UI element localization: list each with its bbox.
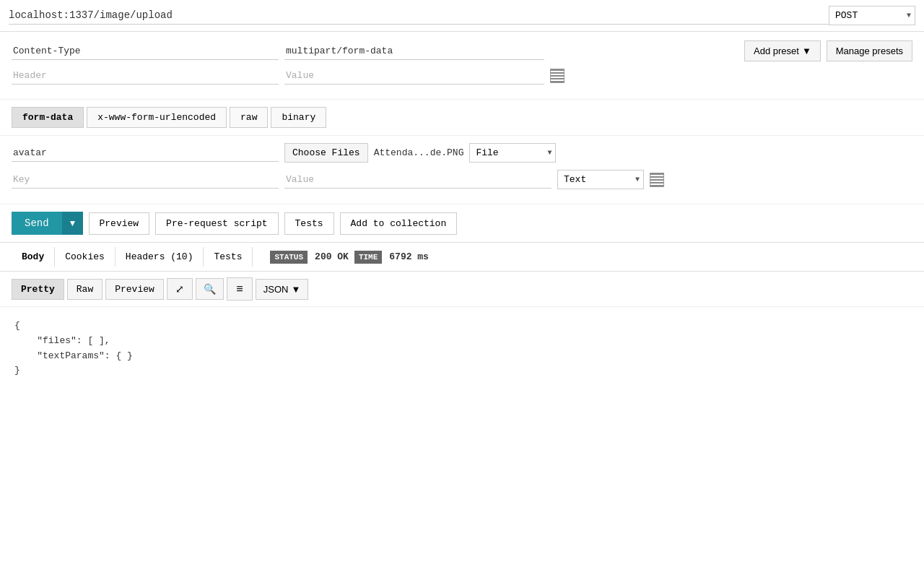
form-body: Choose Files Attenda...de.PNG File Text … xyxy=(0,136,924,204)
header-row-empty xyxy=(12,67,912,85)
list-icon xyxy=(550,69,565,83)
resp-tab-cookies[interactable]: Cookies xyxy=(55,247,116,267)
tab-urlencoded[interactable]: x-www-form-urlencoded xyxy=(87,107,227,128)
url-input[interactable]: localhost:1337/image/upload xyxy=(9,7,829,25)
choose-files-button[interactable]: Choose Files xyxy=(284,143,368,163)
tab-binary[interactable]: binary xyxy=(271,107,326,128)
response-tabs-bar: Body Cookies Headers (10) Tests STATUS 2… xyxy=(0,243,924,272)
pre-request-script-button[interactable]: Pre-request script xyxy=(155,212,278,235)
url-bar: localhost:1337/image/upload POST GET PUT… xyxy=(0,0,924,32)
file-name-label: Attenda...de.PNG xyxy=(374,147,464,158)
tests-button[interactable]: Tests xyxy=(284,212,334,235)
resp-line3: "textParams": { } xyxy=(14,350,133,361)
preview-button[interactable]: Preview xyxy=(89,212,150,235)
resp-line4: } xyxy=(14,365,20,376)
raw-button[interactable]: Raw xyxy=(67,279,103,300)
key-input[interactable] xyxy=(12,171,279,189)
response-toolbar: Pretty Raw Preview ⤢ 🔍 ≡ JSON ▼ xyxy=(0,272,924,307)
chevron-down-icon: ▼ xyxy=(802,46,811,56)
time-label: TIME xyxy=(354,251,382,264)
value-input[interactable] xyxy=(284,171,552,189)
send-dropdown-button[interactable]: ▼ xyxy=(62,212,83,235)
send-button[interactable]: Send xyxy=(12,212,62,235)
add-to-collection-button[interactable]: Add to collection xyxy=(340,212,458,235)
body-tabs: form-data x-www-form-urlencoded raw bina… xyxy=(0,100,924,136)
action-bar: Send ▼ Preview Pre-request script Tests … xyxy=(0,204,924,243)
content-type-key-input[interactable]: Content-Type xyxy=(12,43,279,60)
text-type-select-wrapper: Text File xyxy=(557,170,644,189)
pretty-button[interactable]: Pretty xyxy=(12,279,64,300)
form-row-key-value: Text File xyxy=(12,170,912,189)
status-label: STATUS xyxy=(270,251,308,264)
search-icon: 🔍 xyxy=(204,283,216,295)
file-type-select-wrapper: File Text xyxy=(469,143,556,163)
response-body: { "files": [ ], "textParams": { } } xyxy=(0,307,924,390)
resp-tab-tests[interactable]: Tests xyxy=(204,247,253,267)
status-value: 200 OK xyxy=(315,251,349,262)
header-key-input[interactable] xyxy=(12,67,279,85)
header-value-input[interactable] xyxy=(284,67,544,85)
tab-form-data[interactable]: form-data xyxy=(12,107,84,128)
preview-resp-button[interactable]: Preview xyxy=(105,279,164,300)
resp-line1: { xyxy=(14,320,20,331)
method-select-wrapper: POST GET PUT DELETE PATCH xyxy=(829,6,915,25)
method-select[interactable]: POST GET PUT DELETE PATCH xyxy=(829,6,915,25)
send-button-group: Send ▼ xyxy=(12,212,83,235)
filter-button[interactable]: ≡ xyxy=(227,277,253,301)
resp-tab-headers[interactable]: Headers (10) xyxy=(116,247,204,267)
search-button[interactable]: 🔍 xyxy=(196,278,224,300)
file-type-select[interactable]: File Text xyxy=(469,143,556,163)
add-preset-button[interactable]: Add preset ▼ xyxy=(744,40,821,61)
resp-tab-body[interactable]: Body xyxy=(12,247,55,267)
time-value: 6792 ms xyxy=(389,251,429,262)
header-row-content-type: Content-Type multipart/form-data Add pre… xyxy=(12,40,912,61)
value-list-icon xyxy=(650,173,664,187)
json-dropdown-icon: ▼ xyxy=(292,284,301,295)
resp-line2: "files": [ ], xyxy=(14,335,110,346)
json-format-button[interactable]: JSON ▼ xyxy=(256,279,309,300)
send-chevron-icon: ▼ xyxy=(69,218,77,228)
headers-section: Content-Type multipart/form-data Add pre… xyxy=(0,32,924,100)
text-type-select[interactable]: Text File xyxy=(557,170,644,189)
preset-buttons: Add preset ▼ Manage presets xyxy=(744,40,912,61)
content-type-value-input[interactable]: multipart/form-data xyxy=(284,43,544,60)
form-row-avatar: Choose Files Attenda...de.PNG File Text xyxy=(12,143,912,163)
avatar-key-input[interactable] xyxy=(12,144,279,162)
filter-icon: ≡ xyxy=(236,282,243,295)
expand-button[interactable]: ⤢ xyxy=(167,278,193,300)
expand-icon: ⤢ xyxy=(175,283,184,295)
tab-raw[interactable]: raw xyxy=(230,107,268,128)
status-badges: STATUS 200 OK TIME 6792 ms xyxy=(270,251,428,264)
manage-presets-button[interactable]: Manage presets xyxy=(827,40,912,61)
